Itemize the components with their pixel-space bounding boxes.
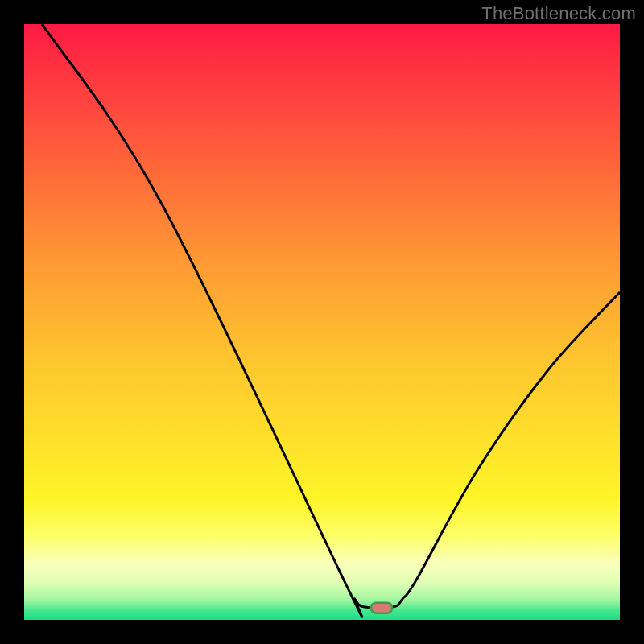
chart-svg (24, 24, 620, 620)
optimal-marker (371, 603, 392, 613)
gradient-background (24, 24, 620, 620)
chart-frame: TheBottleneck.com (0, 0, 644, 644)
plot-area (24, 24, 620, 620)
watermark-text: TheBottleneck.com (481, 3, 636, 24)
